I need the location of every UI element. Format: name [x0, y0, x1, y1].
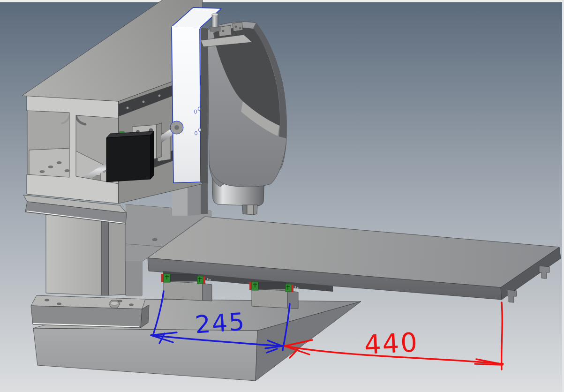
pedestal-base-plate[interactable]: [31, 295, 149, 328]
red-extension-right: [502, 302, 503, 369]
viewport-right-strip: [562, 0, 564, 392]
viewport-top-strip: [0, 0, 564, 2]
cad-application-window: 245 440: [0, 0, 564, 392]
stepper-motor[interactable]: [106, 131, 154, 182]
3d-viewport[interactable]: 245 440: [0, 0, 564, 392]
collet-nut: [242, 205, 257, 215]
riser-block-1[interactable]: [164, 281, 212, 301]
pedestal-column[interactable]: [46, 213, 126, 295]
blue-dimension-label: 245: [194, 307, 247, 339]
red-dimension-label: 440: [363, 327, 419, 360]
